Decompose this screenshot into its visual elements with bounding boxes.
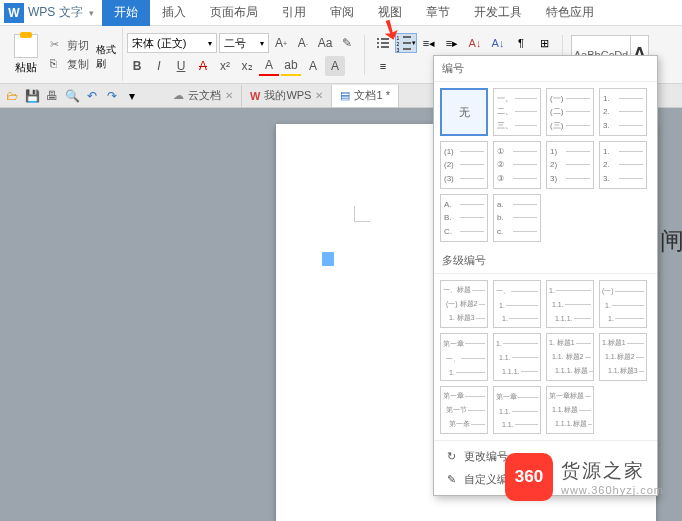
multilevel-opt[interactable]: 1. 标题11.1. 标题21.1.1. 标题	[546, 333, 594, 381]
paste-label: 粘贴	[15, 60, 37, 75]
open-icon[interactable]: 🗁	[4, 88, 20, 104]
numbering-opt[interactable]: 1.2.3.	[599, 88, 647, 136]
app-menu-dropdown[interactable]: ▾	[89, 8, 94, 18]
multilevel-opt[interactable]: 第一章一、1.	[440, 333, 488, 381]
menu-chapter[interactable]: 章节	[414, 0, 462, 26]
change-case-button[interactable]: Aa	[315, 33, 335, 53]
highlight-button[interactable]: ab	[281, 56, 301, 76]
multilevel-grid: 一、标题(一) 标题21. 标题3一、1.1.1.1.1.1.1.1.(一)1.…	[434, 274, 657, 440]
multilevel-opt[interactable]: 第一章1.1.1.1.	[493, 386, 541, 434]
cut-button[interactable]: ✂剪切	[47, 37, 92, 54]
tab-doc1-label: 文档1 *	[354, 88, 389, 103]
tab-cloud[interactable]: ☁云文档✕	[165, 85, 242, 107]
scissors-icon: ✂	[50, 38, 64, 52]
numbering-opt[interactable]: 1)2)3)	[546, 141, 594, 189]
menu-layout[interactable]: 页面布局	[198, 0, 270, 26]
numbering-button[interactable]: ➘ 123 ▾	[395, 33, 417, 53]
numbering-opt[interactable]: ①②③	[493, 141, 541, 189]
borders-button[interactable]: ⊞	[533, 33, 555, 53]
multilevel-opt[interactable]: 第一章标题1.1.标题1.1.1.标题	[546, 386, 594, 434]
sort-button-2[interactable]: A↓	[487, 33, 509, 53]
cut-label: 剪切	[67, 38, 89, 53]
underline-button[interactable]: U	[171, 56, 191, 76]
undo-icon[interactable]: ↶	[84, 88, 100, 104]
char-preview: 闸	[660, 225, 678, 257]
show-marks-button[interactable]: ¶	[510, 33, 532, 53]
sort-button[interactable]: A↓	[464, 33, 486, 53]
numbering-none[interactable]: 无	[440, 88, 488, 136]
numbering-header: 编号	[434, 56, 657, 82]
watermark-logo: 360	[505, 453, 553, 501]
copy-icon: ⎘	[50, 57, 64, 71]
font-name-select[interactable]: 宋体 (正文)▾	[127, 33, 217, 53]
font-size-value: 二号	[224, 36, 246, 51]
paste-button[interactable]: 粘贴	[8, 32, 44, 77]
bold-button[interactable]: B	[127, 56, 147, 76]
menu-bar: 开始 插入 页面布局 引用 审阅 视图 章节 开发工具 特色应用	[102, 0, 606, 26]
char-shading-button[interactable]: A	[325, 56, 345, 76]
format-painter-button[interactable]: 格式刷	[96, 41, 118, 69]
increase-indent-button[interactable]: ≡▸	[441, 33, 463, 53]
multilevel-opt[interactable]: 1.标题11.1.标题21.1.标题3	[599, 333, 647, 381]
multilevel-opt[interactable]: 1.1.1.1.1.1.	[493, 333, 541, 381]
strikethrough-button[interactable]: A	[193, 56, 213, 76]
multilevel-header: 多级编号	[434, 248, 657, 274]
superscript-button[interactable]: x²	[215, 56, 235, 76]
font-color-button[interactable]: A	[259, 56, 279, 76]
align-left-button[interactable]: ≡	[372, 56, 394, 76]
close-icon[interactable]: ✕	[225, 90, 233, 101]
numbering-opt[interactable]: 一、二、三、	[493, 88, 541, 136]
doc-icon: ▤	[340, 89, 350, 102]
pencil-icon: ✎	[444, 473, 458, 487]
font-group: 宋体 (正文)▾ 二号▾ A+ A- Aa ✎ B I U A x² x₂ A …	[123, 33, 361, 76]
paste-icon	[14, 34, 38, 58]
preview-icon[interactable]: 🔍	[64, 88, 80, 104]
italic-button[interactable]: I	[149, 56, 169, 76]
decrease-indent-button[interactable]: ≡◂	[418, 33, 440, 53]
margin-marker	[354, 206, 370, 222]
shrink-font-button[interactable]: A-	[293, 33, 313, 53]
wps-icon: W	[250, 90, 260, 102]
numbering-opt[interactable]: a.b.c.	[493, 194, 541, 242]
menu-insert[interactable]: 插入	[150, 0, 198, 26]
menu-review[interactable]: 审阅	[318, 0, 366, 26]
page-doc-icon	[322, 252, 334, 266]
multilevel-opt[interactable]: 一、1.1.	[493, 280, 541, 328]
font-size-select[interactable]: 二号▾	[219, 33, 269, 53]
numbering-opt[interactable]: A.B.C.	[440, 194, 488, 242]
char-border-button[interactable]: A	[303, 56, 323, 76]
numbering-opt[interactable]: 1.2.3.	[599, 141, 647, 189]
numbering-dropdown: 编号 无 一、二、三、 (一)(二)(三) 1.2.3. (1)(2)(3) ①…	[433, 55, 658, 496]
cloud-icon: ☁	[173, 89, 184, 102]
multilevel-opt[interactable]: (一)1.1.	[599, 280, 647, 328]
close-icon[interactable]: ✕	[315, 90, 323, 101]
numbering-opt[interactable]: (一)(二)(三)	[546, 88, 594, 136]
menu-start[interactable]: 开始	[102, 0, 150, 26]
tab-mywps[interactable]: W我的WPS✕	[242, 85, 332, 107]
redo-icon[interactable]: ↷	[104, 88, 120, 104]
multilevel-opt[interactable]: 第一章第一节第一条	[440, 386, 488, 434]
title-bar: W WPS 文字 ▾ 开始 插入 页面布局 引用 审阅 视图 章节 开发工具 特…	[0, 0, 682, 26]
multilevel-opt[interactable]: 一、标题(一) 标题21. 标题3	[440, 280, 488, 328]
more-icon[interactable]: ▾	[124, 88, 140, 104]
tab-mywps-label: 我的WPS	[264, 88, 311, 103]
app-name: WPS 文字	[28, 4, 83, 21]
print-icon[interactable]: 🖶	[44, 88, 60, 104]
clear-format-button[interactable]: ✎	[337, 33, 357, 53]
tab-doc1[interactable]: ▤文档1 *	[332, 85, 398, 107]
copy-label: 复制	[67, 57, 89, 72]
clipboard-group: 粘贴 ✂剪切 ⎘复制 格式刷	[4, 28, 123, 81]
menu-special[interactable]: 特色应用	[534, 0, 606, 26]
numbering-opt[interactable]: (1)(2)(3)	[440, 141, 488, 189]
refresh-icon: ↻	[444, 450, 458, 464]
grow-font-button[interactable]: A+	[271, 33, 291, 53]
menu-reference[interactable]: 引用	[270, 0, 318, 26]
subscript-button[interactable]: x₂	[237, 56, 257, 76]
watermark-title: 货源之家	[561, 458, 664, 484]
font-name-value: 宋体 (正文)	[132, 36, 186, 51]
multilevel-opt[interactable]: 1.1.1.1.1.1.	[546, 280, 594, 328]
copy-button[interactable]: ⎘复制	[47, 56, 92, 73]
save-icon[interactable]: 💾	[24, 88, 40, 104]
menu-dev[interactable]: 开发工具	[462, 0, 534, 26]
format-painter-label: 格式刷	[96, 43, 118, 71]
